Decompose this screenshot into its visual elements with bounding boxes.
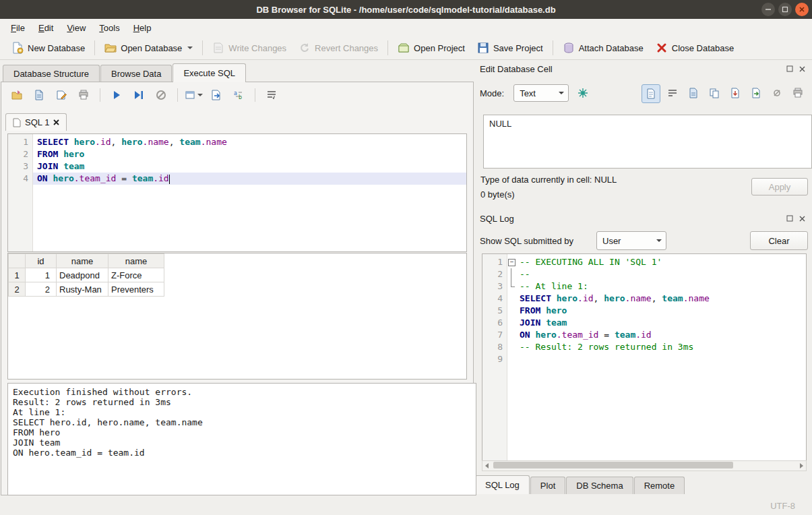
close-dock-icon[interactable] xyxy=(797,64,807,73)
find-replace-icon: ab xyxy=(233,90,244,100)
minimize-button[interactable] xyxy=(761,3,775,16)
tab-database-structure[interactable]: Database Structure xyxy=(3,65,100,82)
import-cell-button[interactable] xyxy=(726,84,744,102)
code-token: FROM xyxy=(37,149,58,159)
print-cell-button[interactable] xyxy=(789,84,807,102)
open-project-button[interactable]: Open Project xyxy=(392,39,471,57)
scroll-right-icon[interactable] xyxy=(800,463,803,468)
print-sql-button[interactable] xyxy=(75,86,92,104)
results-grid[interactable]: idnamename11DeadpondZ-Force22Rusty-ManPr… xyxy=(7,253,467,380)
results-cell[interactable]: 1 xyxy=(26,268,57,282)
editor-line[interactable]: FROM hero xyxy=(33,148,466,160)
tab-execute-sql[interactable]: Execute SQL xyxy=(173,63,246,82)
word-wrap-cell-button[interactable] xyxy=(664,84,681,102)
row-header[interactable]: 1 xyxy=(9,268,26,282)
tab-sql-log[interactable]: SQL Log xyxy=(475,475,530,494)
tab-db-schema[interactable]: DB Schema xyxy=(566,477,633,494)
cell-value-editor[interactable]: NULL xyxy=(483,115,812,169)
write-changes-button[interactable]: Write Changes xyxy=(206,39,292,57)
editor-line[interactable]: SELECT hero.id, hero.name, team.name xyxy=(33,136,466,148)
button-label: Close Database xyxy=(672,43,735,53)
close-window-button[interactable] xyxy=(795,3,809,16)
save-project-button[interactable]: Save Project xyxy=(471,39,549,57)
chevron-down-icon[interactable] xyxy=(187,47,193,49)
close-dock-icon[interactable] xyxy=(797,214,807,223)
export-results-button[interactable] xyxy=(208,86,225,104)
tab-remote[interactable]: Remote xyxy=(634,477,685,494)
results-cell[interactable]: 2 xyxy=(26,282,57,297)
code-token: , xyxy=(594,293,604,303)
open-database-button[interactable]: Open Database xyxy=(98,39,199,57)
new-database-button[interactable]: New Database xyxy=(5,39,91,57)
float-dock-icon[interactable] xyxy=(785,64,794,73)
results-column-header[interactable]: id xyxy=(26,254,57,268)
log-content[interactable]: -- EXECUTING ALL IN 'SQL 1'---- At line … xyxy=(516,254,806,460)
menu-help[interactable]: Help xyxy=(127,20,158,36)
row-header[interactable]: 2 xyxy=(9,282,26,297)
copy-cell-button[interactable] xyxy=(706,84,723,102)
button-label: Open Database xyxy=(121,43,182,53)
sql-log-view[interactable]: 123456789 -- EXECUTING ALL IN 'SQL 1'---… xyxy=(482,253,807,461)
results-column-header[interactable]: name xyxy=(57,254,108,268)
results-cell[interactable]: Rusty-Man xyxy=(57,282,108,297)
fold-marker[interactable] xyxy=(507,256,516,268)
clear-log-button[interactable]: Clear xyxy=(750,231,808,250)
results-corner[interactable] xyxy=(9,254,26,268)
code-token: .name xyxy=(143,137,169,147)
code-token: ON xyxy=(520,330,530,340)
log-filter-select[interactable]: User xyxy=(596,231,666,250)
revert-changes-button[interactable]: Revert Changes xyxy=(292,39,384,57)
menu-tools[interactable]: Tools xyxy=(92,20,126,36)
table-row[interactable]: 22Rusty-ManPreventers xyxy=(9,282,164,297)
open-sql-file-button[interactable] xyxy=(8,86,26,104)
auto-mode-button[interactable] xyxy=(574,84,592,102)
chevron-down-icon[interactable] xyxy=(197,94,203,96)
tab-browse-data[interactable]: Browse Data xyxy=(100,65,172,82)
tab-plot[interactable]: Plot xyxy=(530,477,565,494)
write-changes-icon xyxy=(212,42,224,54)
editor-line[interactable]: ON hero.team_id = team.id xyxy=(33,173,466,185)
sql-tab[interactable]: SQL 1 xyxy=(5,113,67,131)
sql-editor[interactable]: 1234 SELECT hero.id, hero.name, team.nam… xyxy=(7,133,467,252)
set-null-button[interactable] xyxy=(768,84,786,102)
results-column-header[interactable]: name xyxy=(108,254,164,268)
float-dock-icon[interactable] xyxy=(785,214,794,223)
close-tab-icon[interactable] xyxy=(53,119,59,125)
scroll-left-icon[interactable] xyxy=(485,463,489,468)
line-number: 4 xyxy=(8,173,28,185)
table-row[interactable]: 11DeadpondZ-Force xyxy=(9,268,164,282)
menu-file[interactable]: File xyxy=(4,20,32,36)
save-sql-file-button[interactable] xyxy=(30,86,48,104)
word-wrap-button[interactable] xyxy=(263,86,280,104)
close-database-button[interactable]: Close Database xyxy=(650,39,741,57)
editor-content[interactable]: SELECT hero.id, hero.name, team.nameFROM… xyxy=(33,134,466,251)
results-table[interactable]: idnamename11DeadpondZ-Force22Rusty-ManPr… xyxy=(8,253,164,297)
button-label: Write Changes xyxy=(228,43,286,53)
execute-current-line-button[interactable] xyxy=(130,86,148,104)
sql-file-icon xyxy=(13,118,21,127)
menu-view[interactable]: View xyxy=(60,20,92,36)
collapse-icon[interactable] xyxy=(508,259,516,266)
log-horizontal-scrollbar[interactable] xyxy=(482,460,807,471)
stop-execution-button[interactable] xyxy=(152,86,170,104)
message-line: Execution finished without errors. xyxy=(13,387,471,397)
maximize-button[interactable] xyxy=(778,3,792,16)
save-cell-button[interactable] xyxy=(685,84,702,102)
editor-line[interactable]: JOIN team xyxy=(33,160,466,173)
export-cell-button[interactable] xyxy=(747,84,765,102)
results-cell[interactable]: Z-Force xyxy=(108,268,164,282)
scrollbar-thumb[interactable] xyxy=(493,462,733,468)
log-fold-margin[interactable] xyxy=(507,254,516,460)
text-mode-button[interactable] xyxy=(642,84,660,103)
mode-select[interactable]: Text xyxy=(513,84,569,102)
find-replace-button[interactable]: ab xyxy=(230,86,247,104)
apply-button[interactable]: Apply xyxy=(751,178,808,195)
execute-all-button[interactable] xyxy=(108,86,125,104)
save-sql-as-button[interactable] xyxy=(53,86,70,104)
results-cell[interactable]: Preventers xyxy=(108,282,164,297)
attach-database-button[interactable]: Attach Database xyxy=(557,39,650,57)
results-cell[interactable]: Deadpond xyxy=(57,268,108,282)
menu-edit[interactable]: Edit xyxy=(32,20,60,36)
new-sql-tab-button[interactable] xyxy=(185,86,203,104)
export-results-icon xyxy=(211,90,222,100)
